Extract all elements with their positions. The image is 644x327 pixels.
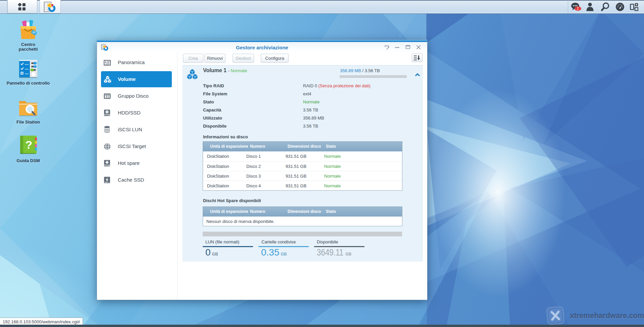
svg-text:?: ? xyxy=(26,138,33,151)
svg-text:2: 2 xyxy=(577,7,579,10)
